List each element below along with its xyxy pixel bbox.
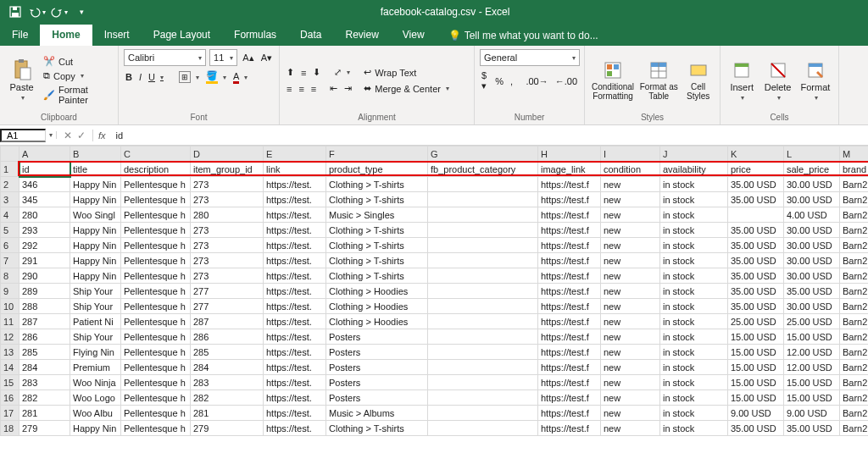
- cell[interactable]: 15.00 USD: [728, 345, 784, 360]
- cell[interactable]: https://test.: [264, 329, 326, 345]
- cell[interactable]: Flying Nin: [70, 345, 121, 360]
- cell[interactable]: [428, 345, 538, 360]
- cell[interactable]: https://test.: [264, 192, 326, 207]
- cell[interactable]: 291: [19, 253, 70, 268]
- row-header[interactable]: 2: [1, 177, 19, 192]
- row-header[interactable]: 12: [1, 329, 19, 345]
- cell[interactable]: https://test.f: [538, 238, 601, 253]
- cell[interactable]: [428, 329, 538, 345]
- cell[interactable]: sale_price: [784, 162, 840, 177]
- cell[interactable]: https://test.f: [538, 299, 601, 314]
- cell[interactable]: 346: [19, 177, 70, 192]
- cell[interactable]: Barn2: [840, 345, 869, 360]
- cell[interactable]: 35.00 USD: [728, 223, 784, 238]
- column-header[interactable]: B: [70, 146, 121, 162]
- cell[interactable]: new: [601, 284, 660, 299]
- row-header[interactable]: 6: [1, 238, 19, 253]
- name-box-dropdown-icon[interactable]: ▾: [46, 131, 57, 139]
- cell[interactable]: https://test.f: [538, 177, 601, 192]
- cell[interactable]: Pellentesque h: [121, 406, 191, 421]
- paste-button[interactable]: Paste ▾: [5, 54, 38, 107]
- cell[interactable]: 30.00 USD: [784, 268, 840, 284]
- cell[interactable]: Clothing > T-shirts: [326, 253, 428, 268]
- cell[interactable]: 30.00 USD: [784, 238, 840, 253]
- undo-icon[interactable]: ▾: [29, 3, 46, 21]
- tab-data[interactable]: Data: [288, 25, 333, 46]
- cell[interactable]: https://test.f: [538, 406, 601, 421]
- format-as-table-button[interactable]: Format as Table: [639, 54, 678, 107]
- cell[interactable]: Posters: [326, 345, 428, 360]
- cell[interactable]: title: [70, 162, 121, 177]
- cell[interactable]: Barn2: [840, 223, 869, 238]
- cell[interactable]: https://test.f: [538, 421, 601, 436]
- enter-icon[interactable]: ✓: [77, 130, 86, 141]
- decrease-font-icon[interactable]: A▾: [259, 52, 274, 64]
- cell[interactable]: Pellentesque h: [121, 207, 191, 223]
- cell[interactable]: https://test.f: [538, 314, 601, 329]
- cell[interactable]: https://test.f: [538, 223, 601, 238]
- cell[interactable]: Barn2: [840, 314, 869, 329]
- number-format-select[interactable]: General▾: [480, 49, 580, 66]
- cell[interactable]: 283: [191, 375, 264, 390]
- cell[interactable]: 273: [191, 192, 264, 207]
- cell[interactable]: Ship Your: [70, 329, 121, 345]
- increase-font-icon[interactable]: A▴: [241, 52, 255, 64]
- cell[interactable]: 279: [191, 421, 264, 436]
- cell[interactable]: 35.00 USD: [728, 299, 784, 314]
- comma-format-icon[interactable]: ,: [509, 75, 515, 87]
- cell[interactable]: new: [601, 329, 660, 345]
- cell[interactable]: Barn2: [840, 421, 869, 436]
- column-header[interactable]: L: [784, 146, 840, 162]
- cell[interactable]: [428, 406, 538, 421]
- align-right-icon[interactable]: ≡: [309, 83, 318, 95]
- cell[interactable]: Pellentesque h: [121, 375, 191, 390]
- cell[interactable]: Clothing > T-shirts: [326, 421, 428, 436]
- tab-insert[interactable]: Insert: [92, 25, 142, 46]
- cell[interactable]: in stock: [660, 345, 728, 360]
- cell[interactable]: [428, 375, 538, 390]
- cell[interactable]: new: [601, 253, 660, 268]
- cell[interactable]: Clothing > T-shirts: [326, 177, 428, 192]
- cell[interactable]: Happy Nin: [70, 421, 121, 436]
- cell[interactable]: brand: [840, 162, 869, 177]
- cell[interactable]: 35.00 USD: [728, 268, 784, 284]
- cell[interactable]: https://test.: [264, 345, 326, 360]
- increase-decimal-icon[interactable]: .00→: [524, 75, 549, 87]
- bold-button[interactable]: B: [124, 71, 134, 83]
- cell[interactable]: new: [601, 421, 660, 436]
- cell[interactable]: 15.00 USD: [784, 329, 840, 345]
- cell[interactable]: https://test.f: [538, 390, 601, 406]
- cell[interactable]: Pellentesque h: [121, 329, 191, 345]
- cell[interactable]: new: [601, 207, 660, 223]
- increase-indent-icon[interactable]: ⇥: [342, 82, 353, 95]
- cell[interactable]: 283: [19, 375, 70, 390]
- underline-button[interactable]: U▾: [147, 71, 165, 83]
- cell[interactable]: [428, 421, 538, 436]
- column-header[interactable]: M: [840, 146, 869, 162]
- cell[interactable]: 35.00 USD: [728, 192, 784, 207]
- cell[interactable]: Barn2: [840, 238, 869, 253]
- cell[interactable]: 292: [19, 238, 70, 253]
- cell[interactable]: 25.00 USD: [728, 314, 784, 329]
- cell[interactable]: https://test.: [264, 360, 326, 375]
- cell[interactable]: new: [601, 345, 660, 360]
- cell[interactable]: https://test.f: [538, 345, 601, 360]
- cell[interactable]: Pellentesque h: [121, 192, 191, 207]
- cell[interactable]: new: [601, 223, 660, 238]
- cell[interactable]: 277: [191, 299, 264, 314]
- cell[interactable]: price: [728, 162, 784, 177]
- cell[interactable]: 15.00 USD: [728, 375, 784, 390]
- cell[interactable]: Clothing > Hoodies: [326, 299, 428, 314]
- cell[interactable]: https://test.f: [538, 375, 601, 390]
- cell[interactable]: [428, 207, 538, 223]
- row-header[interactable]: 4: [1, 207, 19, 223]
- accounting-format-icon[interactable]: $ ▾: [480, 69, 490, 92]
- cell[interactable]: in stock: [660, 207, 728, 223]
- cell[interactable]: Barn2: [840, 177, 869, 192]
- cell[interactable]: 345: [19, 192, 70, 207]
- cell[interactable]: in stock: [660, 253, 728, 268]
- cell[interactable]: 4.00 USD: [784, 207, 840, 223]
- cell[interactable]: Ship Your: [70, 299, 121, 314]
- cell[interactable]: Pellentesque h: [121, 345, 191, 360]
- cell[interactable]: in stock: [660, 284, 728, 299]
